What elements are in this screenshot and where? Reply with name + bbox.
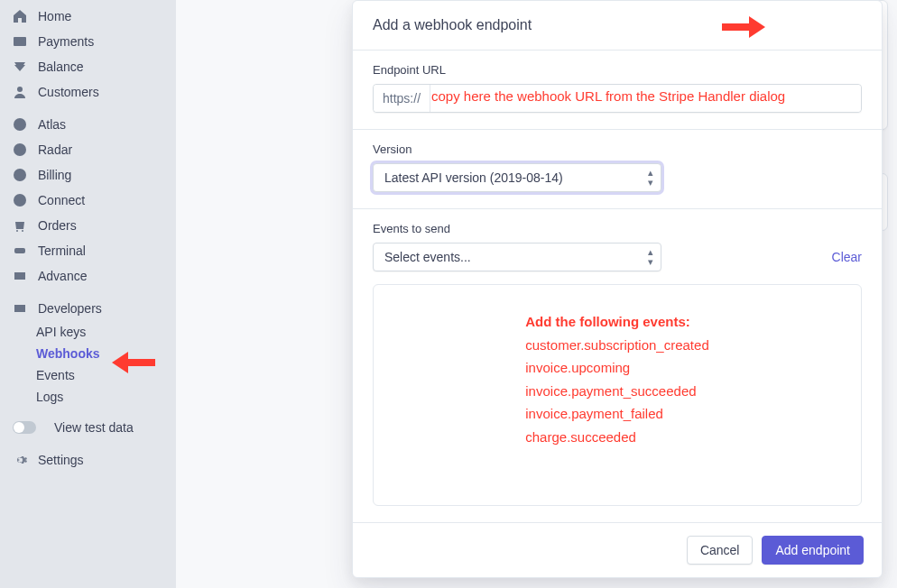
sidebar-item-label: Customers (38, 85, 99, 99)
endpoint-url-input-wrap: https:// (373, 84, 862, 113)
gear-icon (13, 453, 27, 467)
annotation-event: charge.succeeded (525, 426, 708, 449)
sidebar-item-label: View test data (54, 420, 134, 435)
atlas-icon (13, 117, 27, 132)
events-label: Events to send (373, 222, 862, 235)
svg-point-1 (17, 87, 23, 92)
sidebar-item-orders[interactable]: Orders (0, 213, 176, 238)
sidebar-item-payments[interactable]: Payments (0, 29, 176, 54)
sidebar-item-label: Atlas (38, 117, 66, 132)
sidebar-item-label: Settings (38, 453, 84, 467)
sidebar-item-label: Developers (38, 301, 102, 316)
balance-icon (13, 60, 27, 74)
modal-title: Add a webhook endpoint (353, 1, 882, 51)
billing-icon (13, 168, 27, 182)
sidebar-item-settings[interactable]: Settings (0, 447, 176, 473)
svg-rect-0 (14, 37, 26, 46)
sidebar-item-label: Logs (36, 390, 63, 404)
version-value: Latest API version (2019-08-14) (384, 170, 563, 185)
add-webhook-modal: Add a webhook endpoint Endpoint URL http… (352, 0, 883, 578)
advance-icon (13, 269, 27, 283)
sidebar-item-viewtestdata[interactable]: View test data (0, 415, 176, 440)
version-label: Version (373, 142, 862, 156)
main-area: + Add endpoint LAST 7 DAYS ERROR RATE 0%… (176, 0, 897, 588)
endpoint-url-label: Endpoint URL (373, 63, 862, 77)
connect-icon (13, 193, 27, 207)
sidebar-item-billing[interactable]: Billing (0, 162, 176, 188)
sidebar-item-label: Terminal (38, 243, 86, 258)
sidebar-item-apikeys[interactable]: API keys (0, 321, 176, 343)
annotation-events-header: Add the following events: (525, 310, 708, 334)
home-icon (13, 9, 27, 23)
sidebar-item-atlas[interactable]: Atlas (0, 112, 176, 137)
clear-link[interactable]: Clear (832, 250, 862, 264)
version-select[interactable]: Latest API version (2019-08-14) ▴▾ (373, 163, 661, 192)
orders-icon (13, 218, 27, 233)
sidebar-item-home[interactable]: Home (0, 4, 176, 29)
endpoint-url-input[interactable] (430, 85, 861, 112)
sidebar-item-webhooks[interactable]: Webhooks (0, 343, 176, 364)
sidebar-item-label: Orders (38, 218, 77, 233)
sidebar-item-label: Advance (38, 269, 87, 283)
sidebar-item-customers[interactable]: Customers (0, 79, 176, 105)
cancel-button[interactable]: Cancel (687, 536, 754, 565)
svg-rect-10 (14, 305, 25, 312)
developers-icon (13, 301, 27, 316)
sidebar-item-label: API keys (36, 325, 86, 339)
sidebar: Home Payments Balance Customers Atlas Ra… (0, 0, 176, 588)
events-select-value: Select events... (384, 250, 471, 264)
add-endpoint-submit-button[interactable]: Add endpoint (762, 536, 864, 565)
test-data-toggle-icon[interactable] (13, 421, 36, 434)
payments-icon (13, 34, 27, 49)
chevron-updown-icon: ▴▾ (648, 247, 653, 267)
url-prefix: https:// (374, 85, 430, 112)
sidebar-item-connect[interactable]: Connect (0, 188, 176, 213)
svg-point-4 (14, 169, 26, 181)
svg-rect-8 (14, 248, 25, 253)
annotation-event: invoice.payment_succeeded (525, 380, 708, 403)
sidebar-item-label: Radar (38, 142, 72, 157)
svg-rect-9 (14, 272, 25, 280)
svg-point-2 (14, 118, 26, 131)
svg-point-5 (14, 194, 26, 207)
svg-point-7 (22, 230, 23, 232)
events-select[interactable]: Select events... ▴▾ (373, 243, 661, 271)
sidebar-item-label: Billing (38, 168, 71, 182)
customers-icon (13, 85, 27, 99)
sidebar-item-radar[interactable]: Radar (0, 137, 176, 162)
terminal-icon (13, 243, 27, 258)
sidebar-item-terminal[interactable]: Terminal (0, 238, 176, 263)
sidebar-item-label: Payments (38, 34, 94, 49)
chevron-updown-icon: ▴▾ (648, 168, 653, 188)
sidebar-item-developers[interactable]: Developers (0, 296, 176, 321)
sidebar-item-label: Connect (38, 193, 85, 207)
svg-point-3 (14, 143, 26, 156)
sidebar-item-label: Events (36, 368, 75, 382)
sidebar-item-advance[interactable]: Advance (0, 263, 176, 289)
svg-point-6 (16, 230, 18, 232)
sidebar-item-events[interactable]: Events (0, 364, 176, 386)
sidebar-item-label: Balance (38, 60, 84, 74)
annotation-event: customer.subscription_created (525, 334, 708, 357)
sidebar-item-label: Home (38, 9, 71, 23)
sidebar-item-label: Webhooks (36, 346, 100, 361)
radar-icon (13, 142, 27, 157)
annotation-event: invoice.upcoming (525, 356, 708, 380)
annotation-event: invoice.payment_failed (525, 402, 708, 426)
sidebar-item-logs[interactable]: Logs (0, 386, 176, 408)
events-box: Add the following events: customer.subsc… (373, 284, 862, 506)
sidebar-item-balance[interactable]: Balance (0, 54, 176, 79)
